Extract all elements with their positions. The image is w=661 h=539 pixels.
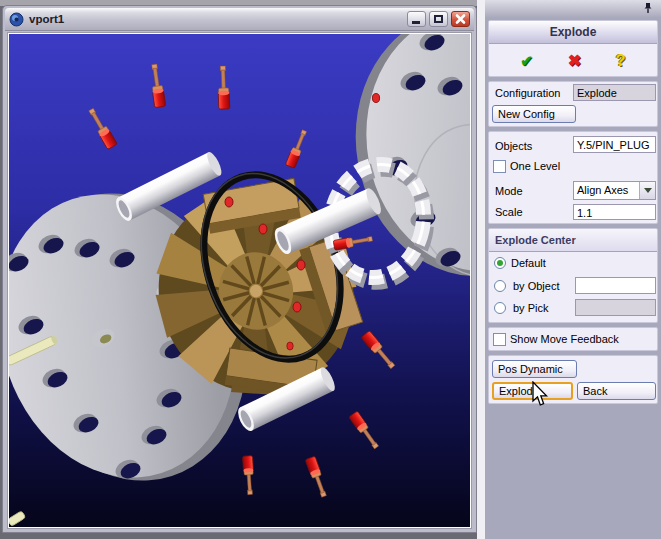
ok-check-icon[interactable]: ✔ bbox=[520, 53, 533, 68]
window-title: vport1 bbox=[29, 13, 404, 25]
scale-label: Scale bbox=[495, 206, 523, 218]
mode-label: Mode bbox=[495, 185, 523, 197]
viewport-frame bbox=[7, 32, 472, 529]
panel-header-section: Explode ✔ ✖ ? bbox=[488, 20, 658, 77]
radio-default-label: Default bbox=[511, 257, 546, 269]
one-level-checkbox[interactable] bbox=[493, 160, 506, 173]
objects-section: Objects Y.5/PIN_PLUG One Level Mode Alig… bbox=[488, 131, 658, 224]
radio-by-object-label: by Object bbox=[513, 280, 559, 292]
explode-tool-panel: Explode ✔ ✖ ? Configuration Explode New … bbox=[485, 0, 661, 539]
new-config-button[interactable]: New Config bbox=[492, 105, 576, 123]
3d-viewport-canvas[interactable] bbox=[9, 34, 470, 527]
panel-title: Explode bbox=[489, 21, 657, 44]
minimize-icon bbox=[412, 21, 420, 24]
actions-section: Pos Dynamic Explode Back bbox=[488, 355, 658, 404]
mode-dropdown[interactable]: Align Axes bbox=[573, 181, 656, 200]
panel-pin-icon[interactable] bbox=[642, 2, 654, 14]
feedback-section: Show Move Feedback bbox=[488, 327, 658, 351]
configuration-field[interactable]: Explode bbox=[573, 84, 656, 101]
mode-value: Align Axes bbox=[577, 184, 628, 196]
maximize-icon bbox=[434, 15, 443, 23]
chevron-down-icon[interactable] bbox=[639, 182, 655, 199]
titlebar[interactable]: vport1 bbox=[5, 8, 474, 31]
window-gear-icon bbox=[9, 12, 24, 27]
show-move-feedback-checkbox[interactable] bbox=[493, 333, 506, 346]
by-pick-field bbox=[575, 299, 656, 316]
cancel-x-icon[interactable]: ✖ bbox=[568, 53, 581, 69]
radio-default[interactable] bbox=[494, 257, 506, 269]
configuration-section: Configuration Explode New Config bbox=[488, 81, 658, 127]
one-level-label: One Level bbox=[510, 160, 560, 172]
show-move-feedback-label: Show Move Feedback bbox=[510, 333, 619, 345]
radio-by-object[interactable] bbox=[494, 280, 506, 292]
explode-center-section: Explode Center Default by Object by Pick bbox=[488, 228, 658, 323]
pos-dynamic-button[interactable]: Pos Dynamic bbox=[492, 360, 577, 378]
window-panel-divider bbox=[477, 0, 485, 539]
minimize-button[interactable] bbox=[407, 11, 426, 27]
close-button[interactable] bbox=[451, 11, 470, 27]
close-icon bbox=[452, 12, 469, 26]
maximize-button[interactable] bbox=[429, 11, 448, 27]
explode-center-title: Explode Center bbox=[489, 229, 657, 252]
help-question-icon[interactable]: ? bbox=[616, 53, 626, 69]
objects-label: Objects bbox=[495, 140, 532, 152]
radio-by-pick[interactable] bbox=[494, 302, 506, 314]
by-object-field[interactable] bbox=[575, 277, 656, 294]
vport-window: vport1 bbox=[2, 5, 477, 533]
objects-field[interactable]: Y.5/PIN_PLUG bbox=[573, 136, 656, 153]
mouse-cursor bbox=[531, 381, 549, 407]
panel-top-gradient bbox=[485, 0, 661, 18]
back-button[interactable]: Back bbox=[577, 382, 656, 400]
scale-field[interactable]: 1.1 bbox=[573, 204, 656, 220]
radio-by-pick-label: by Pick bbox=[513, 302, 548, 314]
configuration-label: Configuration bbox=[495, 87, 560, 99]
